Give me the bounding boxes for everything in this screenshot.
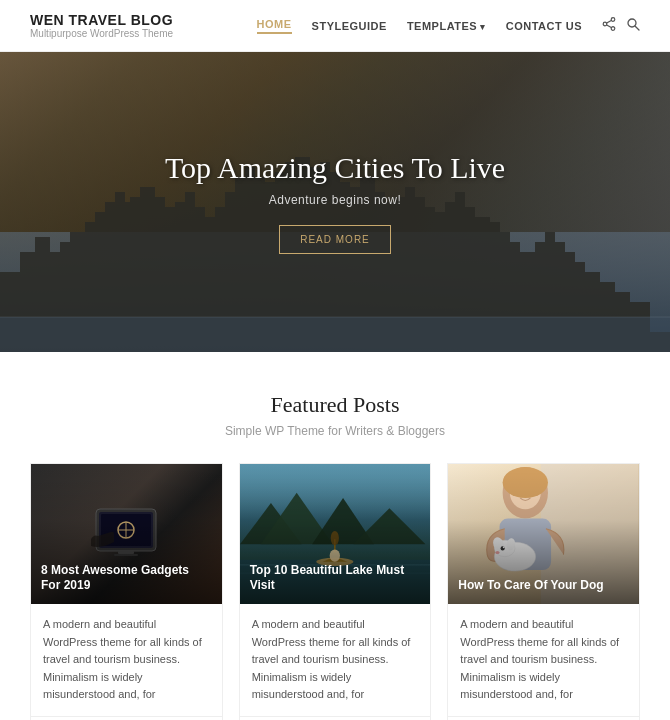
nav-styleguide[interactable]: STYLEGUIDE: [312, 20, 387, 32]
post-body-1: A modern and beautiful WordPress theme f…: [31, 604, 222, 704]
hero-content: Top Amazing Cities To Live Adventure beg…: [165, 151, 505, 254]
post-card-1: 8 Most Awesome Gadgets For 2019 A modern…: [30, 463, 223, 720]
svg-line-3: [607, 20, 612, 23]
post-excerpt-1: A modern and beautiful WordPress theme f…: [43, 616, 210, 704]
svg-point-0: [611, 17, 615, 21]
nav-icons: [602, 17, 640, 35]
post-image-wrap-2[interactable]: Top 10 Beautiful Lake Must Visit: [240, 464, 431, 604]
hero-subtitle: Adventure begins now!: [165, 193, 505, 207]
post-card-3: How To Care Of Your Dog A modern and bea…: [447, 463, 640, 720]
share-icon[interactable]: [602, 17, 616, 35]
post-title-overlay-3: How To Care Of Your Dog: [458, 578, 629, 594]
search-icon[interactable]: [626, 17, 640, 35]
nav-home[interactable]: HOME: [257, 18, 292, 34]
post-excerpt-3: A modern and beautiful WordPress theme f…: [460, 616, 627, 704]
nav-templates[interactable]: TEMPLATES: [407, 20, 486, 32]
post-footer-1: CONTINUE READING: [31, 716, 222, 720]
svg-rect-9: [0, 317, 670, 352]
post-card-2: Top 10 Beautiful Lake Must Visit A moder…: [239, 463, 432, 720]
post-title-overlay-2: Top 10 Beautiful Lake Must Visit: [250, 563, 421, 594]
post-title-overlay-1: 8 Most Awesome Gadgets For 2019: [41, 563, 212, 594]
logo: WEN TRAVEL BLOG Multipurpose WordPress T…: [30, 12, 173, 39]
header: WEN TRAVEL BLOG Multipurpose WordPress T…: [0, 0, 670, 52]
post-body-2: A modern and beautiful WordPress theme f…: [240, 604, 431, 704]
logo-title: WEN TRAVEL BLOG: [30, 12, 173, 28]
hero-section: Top Amazing Cities To Live Adventure beg…: [0, 52, 670, 352]
svg-point-2: [603, 22, 607, 26]
svg-point-1: [611, 26, 615, 30]
post-footer-3: CONTINUE READING: [448, 716, 639, 720]
post-footer-2: CONTINUE READING: [240, 716, 431, 720]
logo-subtitle: Multipurpose WordPress Theme: [30, 28, 173, 39]
svg-line-6: [635, 26, 639, 30]
post-image-wrap-3[interactable]: How To Care Of Your Dog: [448, 464, 639, 604]
featured-section-subtitle: Simple WP Theme for Writers & Bloggers: [30, 424, 640, 438]
hero-read-more-button[interactable]: READ MORE: [279, 225, 391, 254]
featured-section-title: Featured Posts: [30, 392, 640, 418]
featured-posts-section: Featured Posts Simple WP Theme for Write…: [0, 352, 670, 720]
hero-title: Top Amazing Cities To Live: [165, 151, 505, 185]
post-body-3: A modern and beautiful WordPress theme f…: [448, 604, 639, 704]
posts-grid: 8 Most Awesome Gadgets For 2019 A modern…: [30, 463, 640, 720]
post-excerpt-2: A modern and beautiful WordPress theme f…: [252, 616, 419, 704]
post-image-wrap-1[interactable]: 8 Most Awesome Gadgets For 2019: [31, 464, 222, 604]
navigation: HOME STYLEGUIDE TEMPLATES CONTACT US: [257, 17, 640, 35]
svg-line-4: [607, 24, 612, 27]
nav-contact[interactable]: CONTACT US: [506, 20, 582, 32]
